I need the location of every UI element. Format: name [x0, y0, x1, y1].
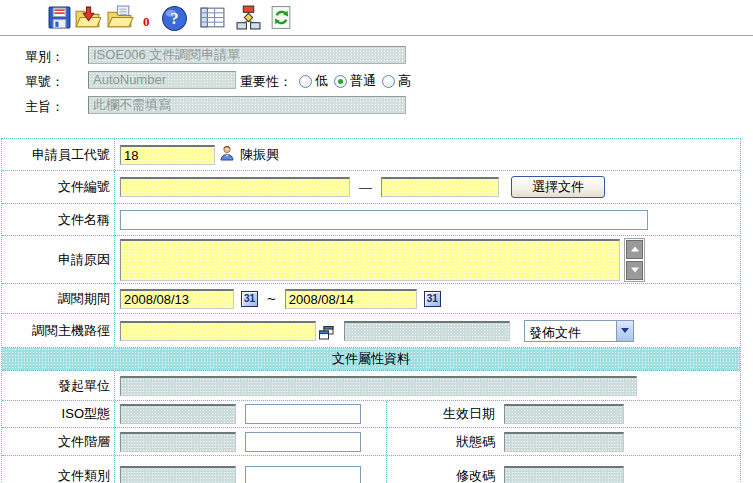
subject-label: 主旨： [25, 98, 64, 116]
importance-label: 重要性： [240, 73, 292, 91]
doc-number-to-input[interactable] [381, 177, 499, 197]
period-from-input[interactable] [120, 289, 234, 309]
data-grid-icon[interactable] [198, 5, 226, 32]
importance-radio-group: 低 普通 高 [299, 72, 417, 90]
doc-name-row: 文件名稱 [2, 204, 740, 236]
iso-type-field [120, 404, 236, 424]
doc-level-label: 文件階層 [2, 428, 115, 455]
host-server-field [344, 321, 510, 341]
effective-date-label: 生效日期 [387, 401, 499, 427]
calendar-icon[interactable]: 31 [424, 291, 441, 307]
doc-category-field [120, 466, 236, 483]
calendar-icon[interactable]: 31 [241, 291, 258, 307]
cascade-windows-icon[interactable] [319, 326, 334, 343]
doc-number-separator: — [359, 180, 372, 195]
attr-row: 文件類別 修改碼 [2, 456, 740, 483]
doc-name-label: 文件名稱 [2, 204, 115, 235]
doc-category-label: 文件類別 [2, 456, 115, 483]
doc-no-row: 單號： AutoNumber 重要性： 低 普通 高 [0, 71, 753, 91]
open-count-badge: 0 [143, 14, 150, 30]
reason-label: 申請原因 [2, 236, 115, 283]
period-label: 調閱期間 [2, 284, 115, 313]
scroll-up-icon[interactable] [626, 240, 643, 259]
choose-document-button[interactable]: 選擇文件 [511, 176, 605, 198]
iso-type-input[interactable] [245, 404, 361, 424]
origin-unit-row: 發起單位 [2, 371, 740, 401]
importance-normal-radio[interactable] [334, 75, 347, 88]
revision-code-label: 修改碼 [387, 456, 499, 483]
status-code-field [504, 432, 624, 452]
period-row: 調閱期間 31 ~ 31 [2, 284, 740, 314]
application-window: 0 ? [0, 0, 753, 483]
toolbar: 0 ? [0, 0, 753, 36]
doc-category-input[interactable] [245, 466, 361, 483]
section-header: 文件屬性資料 [2, 348, 740, 371]
employee-label: 申請員工代號 [2, 139, 115, 170]
period-to-input[interactable] [285, 289, 417, 309]
doc-type-field: ISOE006 文件調閱申請單 [88, 46, 406, 64]
chevron-down-icon[interactable] [616, 321, 633, 341]
employee-row: 申請員工代號 陳振興 [2, 139, 740, 171]
effective-date-field [504, 404, 624, 424]
doc-category-dropdown[interactable]: 發佈文件 [524, 320, 634, 342]
refresh-icon[interactable] [267, 5, 295, 32]
importance-high-radio[interactable] [382, 75, 395, 88]
host-path-input[interactable] [120, 321, 316, 341]
importance-normal-label: 普通 [350, 72, 376, 90]
importance-high-label: 高 [398, 72, 411, 90]
save-icon[interactable] [45, 5, 73, 32]
doc-type-label: 單別： [25, 48, 64, 66]
revision-code-field [504, 466, 624, 483]
employee-name: 陳振興 [240, 146, 279, 164]
period-tilde: ~ [267, 290, 276, 307]
doc-name-input[interactable] [120, 210, 648, 230]
flowchart-icon[interactable] [234, 5, 262, 32]
host-path-label: 調閱主機路徑 [2, 314, 115, 347]
employee-code-input[interactable] [120, 145, 215, 165]
host-path-row: 調閱主機路徑 發佈文件 [2, 314, 740, 348]
doc-category-value: 發佈文件 [525, 321, 616, 341]
person-icon[interactable] [219, 145, 235, 164]
subject-field: 此欄不需填寫 [88, 96, 406, 114]
status-code-label: 狀態碼 [387, 428, 499, 455]
reason-scrollbar [624, 238, 645, 282]
svg-text:?: ? [170, 9, 178, 28]
subject-row: 主旨： 此欄不需填寫 [0, 96, 753, 116]
help-icon[interactable]: ? [160, 5, 188, 32]
request-form-table: 申請員工代號 陳振興 文件編號 — [1, 138, 741, 483]
origin-unit-label: 發起單位 [2, 371, 115, 400]
reason-textarea[interactable] [120, 239, 620, 281]
section-title: 文件屬性資料 [332, 350, 410, 368]
doc-number-label: 文件編號 [2, 171, 115, 203]
open-folder-icon[interactable] [106, 5, 134, 32]
importance-low-radio[interactable] [299, 75, 312, 88]
doc-level-field [120, 432, 236, 452]
attr-row: ISO型態 生效日期 [2, 401, 740, 428]
iso-type-label: ISO型態 [2, 401, 115, 427]
import-folder-icon[interactable] [73, 5, 101, 32]
importance-low-label: 低 [315, 72, 328, 90]
doc-number-row: 文件編號 — 選擇文件 [2, 171, 740, 204]
doc-level-input[interactable] [245, 432, 361, 452]
doc-no-label: 單號： [25, 73, 64, 91]
attr-row: 文件階層 狀態碼 [2, 428, 740, 456]
doc-no-field: AutoNumber [88, 71, 236, 89]
origin-unit-field [120, 376, 637, 396]
doc-number-from-input[interactable] [120, 177, 350, 197]
doc-type-row: 單別： ISOE006 文件調閱申請單 [0, 46, 753, 66]
scroll-down-icon[interactable] [626, 261, 643, 280]
reason-row: 申請原因 [2, 236, 740, 284]
